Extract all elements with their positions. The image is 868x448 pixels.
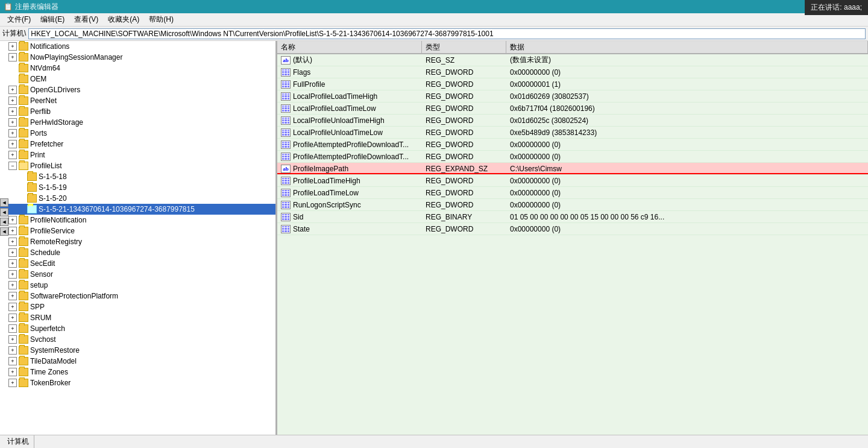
tree-item[interactable]: + PerHwIdStorage bbox=[0, 117, 275, 128]
tree-item[interactable]: + PeerNet bbox=[0, 95, 275, 106]
expand-btn[interactable]: + bbox=[8, 281, 17, 289]
tree-item-label: RemoteRegistry bbox=[30, 238, 82, 246]
expand-btn[interactable]: + bbox=[8, 259, 17, 268]
reg-row-profile-image-path[interactable]: ab ProfileImagePath REG_EXPAND_SZ C:\Use… bbox=[277, 163, 868, 175]
tree-item[interactable]: + Sensor bbox=[0, 269, 275, 280]
tree-item[interactable]: + Notifications bbox=[0, 41, 275, 52]
reg-row[interactable]: Flags REG_DWORD 0x00000000 (0) bbox=[277, 66, 868, 78]
expand-btn[interactable]: + bbox=[8, 248, 17, 257]
expand-btn[interactable]: + bbox=[8, 346, 17, 355]
expand-btn[interactable]: + bbox=[8, 216, 17, 224]
expand-btn[interactable]: + bbox=[8, 86, 17, 94]
menu-edit[interactable]: 编辑(E) bbox=[36, 13, 69, 26]
reg-row[interactable]: ProfileAttemptedProfileDownloadT... REG_… bbox=[277, 139, 868, 151]
tree-item-profilelist[interactable]: − ProfileList bbox=[0, 160, 275, 171]
ab-icon: ab bbox=[281, 165, 291, 173]
tree-item-label: Perflib bbox=[30, 107, 51, 116]
expand-btn[interactable]: + bbox=[8, 368, 17, 376]
menu-file[interactable]: 文件(F) bbox=[2, 13, 36, 26]
tree-item[interactable]: + SecEdit bbox=[0, 258, 275, 269]
tree-item[interactable]: + Prefetcher bbox=[0, 139, 275, 150]
tree-item-label: ProfileList bbox=[30, 162, 62, 170]
expand-btn[interactable]: + bbox=[8, 379, 17, 387]
folder-icon bbox=[19, 64, 28, 72]
tree-item[interactable]: + Superfetch bbox=[0, 323, 275, 334]
reg-cell-type: REG_DWORD bbox=[422, 127, 506, 138]
tree-item[interactable]: + Ports bbox=[0, 128, 275, 139]
expand-btn[interactable]: + bbox=[8, 42, 17, 51]
expand-btn[interactable]: + bbox=[8, 270, 17, 279]
expand-btn[interactable]: + bbox=[8, 292, 17, 300]
reg-row[interactable]: ProfileLoadTimeHigh REG_DWORD 0x00000000… bbox=[277, 175, 868, 187]
tree-item[interactable]: + OpenGLDrivers bbox=[0, 84, 275, 95]
expand-btn[interactable]: − bbox=[8, 162, 17, 170]
reg-cell-name: ProfileLoadTimeHigh bbox=[277, 175, 422, 186]
reg-row[interactable]: ProfileLoadTimeLow REG_DWORD 0x00000000 … bbox=[277, 187, 868, 199]
collapse-arrow-4[interactable]: ◄ bbox=[0, 227, 8, 236]
tree-item[interactable]: OEM bbox=[0, 74, 275, 84]
reg-row[interactable]: LocalProfileUnloadTimeHigh REG_DWORD 0x0… bbox=[277, 115, 868, 127]
reg-row-state[interactable]: State REG_DWORD 0x00000000 (0) bbox=[277, 223, 868, 235]
tree-item[interactable]: + Schedule bbox=[0, 247, 275, 258]
address-input[interactable] bbox=[28, 28, 866, 39]
expand-btn[interactable]: + bbox=[8, 324, 17, 333]
menu-view[interactable]: 查看(V) bbox=[69, 13, 103, 26]
tree-item[interactable]: + ProfileNotification bbox=[0, 215, 275, 226]
reg-row[interactable]: FullProfile REG_DWORD 0x00000001 (1) bbox=[277, 78, 868, 90]
tree-item-selected[interactable]: S-1-5-21-1343670614-1036967274-368799781… bbox=[0, 204, 275, 215]
tree-panel[interactable]: ◄ ◄ ◄ ◄ + Notifications + NowPlayingSess… bbox=[0, 41, 277, 435]
tree-item-label: setup bbox=[30, 281, 48, 289]
folder-icon bbox=[19, 379, 28, 387]
expand-btn[interactable]: + bbox=[8, 238, 17, 246]
expand-btn[interactable]: + bbox=[8, 227, 17, 235]
tree-item[interactable]: NtVdm64 bbox=[0, 63, 275, 74]
expand-btn[interactable]: + bbox=[8, 335, 17, 344]
reg-row[interactable]: Sid REG_BINARY 01 05 00 00 00 00 00 05 1… bbox=[277, 211, 868, 223]
expand-btn[interactable]: + bbox=[8, 151, 17, 159]
dword-icon bbox=[281, 128, 291, 137]
tree-item[interactable]: + RemoteRegistry bbox=[0, 236, 275, 247]
reg-row[interactable]: LocalProfileUnloadTimeLow REG_DWORD 0xe5… bbox=[277, 127, 868, 139]
tree-item[interactable]: S-1-5-20 bbox=[0, 193, 275, 204]
reg-cell-type: REG_DWORD bbox=[422, 115, 506, 126]
expand-btn[interactable]: + bbox=[8, 118, 17, 127]
reg-row[interactable]: ab (默认) REG_SZ (数值未设置) bbox=[277, 54, 868, 66]
folder-icon bbox=[19, 292, 28, 300]
expand-btn[interactable]: + bbox=[8, 357, 17, 365]
reg-row[interactable]: ProfileAttemptedProfileDownloadT... REG_… bbox=[277, 151, 868, 163]
tree-item[interactable]: S-1-5-19 bbox=[0, 182, 275, 193]
reg-table[interactable]: 名称 类型 数据 ab (默认) REG_SZ (数值未设置) bbox=[277, 41, 868, 435]
collapse-arrow-2[interactable]: ◄ bbox=[0, 208, 8, 216]
tree-item[interactable]: + SRUM bbox=[0, 312, 275, 323]
tree-item[interactable]: + Perflib bbox=[0, 106, 275, 117]
expand-btn[interactable]: + bbox=[8, 140, 17, 148]
expand-btn[interactable]: + bbox=[8, 303, 17, 311]
expand-btn[interactable]: + bbox=[8, 129, 17, 137]
expand-btn[interactable]: + bbox=[8, 314, 17, 322]
tree-item[interactable]: + SystemRestore bbox=[0, 345, 275, 356]
reg-row[interactable]: LocalProfileLoadTimeHigh REG_DWORD 0x01d… bbox=[277, 90, 868, 103]
tree-item[interactable]: S-1-5-18 bbox=[0, 171, 275, 182]
expand-btn[interactable]: + bbox=[8, 53, 17, 62]
tree-item[interactable]: + SoftwareProtectionPlatform bbox=[0, 291, 275, 301]
tree-item[interactable]: + Print bbox=[0, 150, 275, 160]
reg-row[interactable]: LocalProfileLoadTimeLow REG_DWORD 0x6b71… bbox=[277, 103, 868, 115]
tree-item[interactable]: + TokenBroker bbox=[0, 377, 275, 388]
tree-item[interactable]: + TileDataModel bbox=[0, 356, 275, 367]
col-header-type: 类型 bbox=[422, 41, 506, 53]
tree-item[interactable]: + setup bbox=[0, 280, 275, 291]
menu-favorites[interactable]: 收藏夹(A) bbox=[103, 13, 144, 26]
menu-help[interactable]: 帮助(H) bbox=[144, 13, 178, 26]
tree-item[interactable]: + Svchost bbox=[0, 334, 275, 345]
tree-item[interactable]: + ProfileService bbox=[0, 226, 275, 236]
expand-btn[interactable]: + bbox=[8, 107, 17, 116]
expand-btn[interactable]: + bbox=[8, 96, 17, 105]
reg-cell-type: REG_DWORD bbox=[422, 223, 506, 235]
tree-item[interactable]: + Time Zones bbox=[0, 367, 275, 377]
tree-item[interactable]: + NowPlayingSessionManager bbox=[0, 52, 275, 63]
collapse-arrow-1[interactable]: ◄ bbox=[0, 198, 8, 207]
reg-cell-name: LocalProfileUnloadTimeHigh bbox=[277, 115, 422, 126]
collapse-arrow-3[interactable]: ◄ bbox=[0, 218, 8, 226]
reg-row[interactable]: RunLogonScriptSync REG_DWORD 0x00000000 … bbox=[277, 199, 868, 211]
tree-item[interactable]: + SPP bbox=[0, 301, 275, 312]
